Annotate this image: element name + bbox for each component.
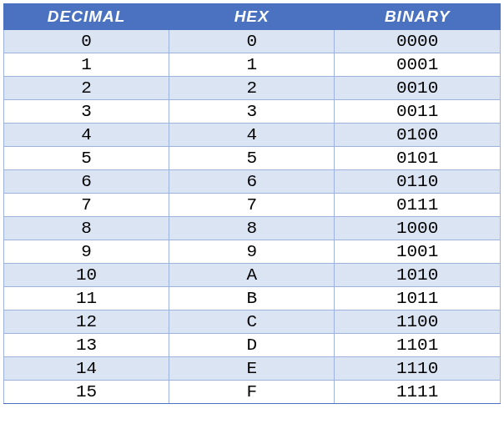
- table-row: 7 7 0111: [4, 194, 501, 217]
- cell-hex: 1: [169, 53, 335, 77]
- table-row: 5 5 0101: [4, 147, 501, 170]
- cell-hex: 5: [169, 147, 335, 170]
- cell-decimal: 7: [4, 194, 169, 217]
- table-row: 12 C 1100: [4, 310, 501, 334]
- cell-binary: 1000: [335, 217, 501, 240]
- cell-binary: 0100: [335, 124, 501, 147]
- cell-hex: 4: [169, 124, 335, 147]
- header-binary: BINARY: [335, 4, 501, 30]
- cell-binary: 0101: [335, 147, 501, 170]
- cell-decimal: 0: [4, 30, 169, 53]
- header-decimal: DECIMAL: [4, 4, 169, 30]
- cell-decimal: 11: [4, 287, 169, 310]
- cell-decimal: 14: [4, 357, 169, 381]
- cell-decimal: 3: [4, 100, 169, 124]
- table-row: 6 6 0110: [4, 170, 501, 194]
- table-row: 13 D 1101: [4, 334, 501, 357]
- cell-binary: 0111: [335, 194, 501, 217]
- table-row: 0 0 0000: [4, 30, 501, 53]
- cell-decimal: 1: [4, 53, 169, 77]
- cell-hex: F: [169, 381, 335, 404]
- cell-hex: 3: [169, 100, 335, 124]
- table-row: 2 2 0010: [4, 77, 501, 100]
- cell-hex: C: [169, 310, 335, 334]
- table-row: 11 B 1011: [4, 287, 501, 310]
- cell-binary: 1100: [335, 310, 501, 334]
- cell-hex: A: [169, 264, 335, 287]
- cell-decimal: 6: [4, 170, 169, 194]
- header-row: DECIMAL HEX BINARY: [4, 4, 501, 30]
- cell-decimal: 8: [4, 217, 169, 240]
- table-row: 15 F 1111: [4, 381, 501, 404]
- cell-binary: 1101: [335, 334, 501, 357]
- cell-decimal: 9: [4, 240, 169, 264]
- table-row: 8 8 1000: [4, 217, 501, 240]
- table-row: 10 A 1010: [4, 264, 501, 287]
- cell-hex: D: [169, 334, 335, 357]
- cell-decimal: 12: [4, 310, 169, 334]
- cell-hex: 7: [169, 194, 335, 217]
- cell-decimal: 13: [4, 334, 169, 357]
- cell-binary: 1111: [335, 381, 501, 404]
- cell-binary: 1010: [335, 264, 501, 287]
- cell-hex: 8: [169, 217, 335, 240]
- cell-binary: 0001: [335, 53, 501, 77]
- cell-binary: 1001: [335, 240, 501, 264]
- cell-decimal: 4: [4, 124, 169, 147]
- number-conversion-table: DECIMAL HEX BINARY 0 0 0000 1 1 0001 2 2…: [3, 3, 501, 404]
- cell-binary: 0110: [335, 170, 501, 194]
- table-row: 4 4 0100: [4, 124, 501, 147]
- cell-hex: E: [169, 357, 335, 381]
- cell-binary: 0011: [335, 100, 501, 124]
- cell-binary: 1011: [335, 287, 501, 310]
- cell-hex: B: [169, 287, 335, 310]
- cell-hex: 2: [169, 77, 335, 100]
- cell-binary: 1110: [335, 357, 501, 381]
- cell-decimal: 15: [4, 381, 169, 404]
- table-row: 9 9 1001: [4, 240, 501, 264]
- cell-decimal: 5: [4, 147, 169, 170]
- table-row: 14 E 1110: [4, 357, 501, 381]
- cell-binary: 0010: [335, 77, 501, 100]
- header-hex: HEX: [169, 4, 335, 30]
- cell-hex: 9: [169, 240, 335, 264]
- cell-binary: 0000: [335, 30, 501, 53]
- cell-hex: 0: [169, 30, 335, 53]
- cell-decimal: 2: [4, 77, 169, 100]
- cell-hex: 6: [169, 170, 335, 194]
- cell-decimal: 10: [4, 264, 169, 287]
- table-row: 3 3 0011: [4, 100, 501, 124]
- table-row: 1 1 0001: [4, 53, 501, 77]
